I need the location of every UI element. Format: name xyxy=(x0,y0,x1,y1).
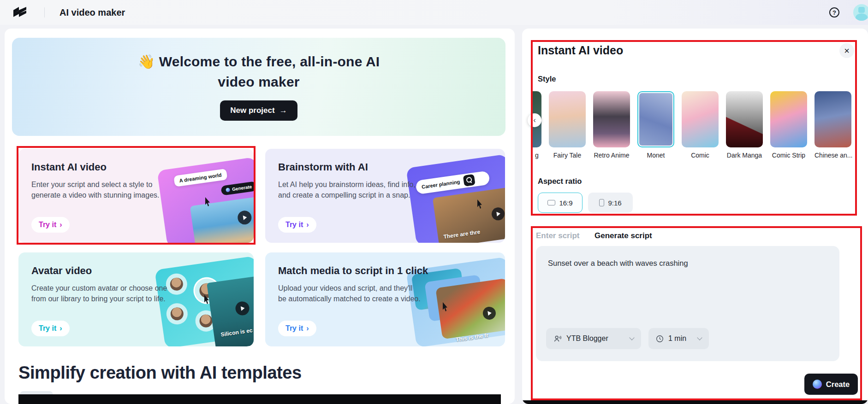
instant-ai-video-panel: Instant AI video × Style g Fairy Tale Re… xyxy=(522,29,868,404)
capcut-logo-icon[interactable] xyxy=(12,6,29,19)
aspect-ratio-label: Aspect ratio xyxy=(538,177,582,186)
new-project-label: New project xyxy=(230,106,274,115)
chevron-right-icon: › xyxy=(59,324,62,333)
search-text: Career planning xyxy=(421,179,460,190)
style-thumbnail xyxy=(637,91,674,147)
search-icon xyxy=(463,174,475,187)
tab-generate-script[interactable]: Generate script xyxy=(595,231,652,240)
landscape-icon xyxy=(547,200,555,205)
chevron-right-icon: › xyxy=(306,324,309,333)
try-it-button-match-media[interactable]: Try it › xyxy=(278,321,316,336)
welcome-heading: 👋 Welcome to the free, all-in-one AI vid… xyxy=(12,38,505,92)
card-description: Upload your videos and script, and they'… xyxy=(278,283,421,304)
main-content-panel: 👋 Welcome to the free, all-in-one AI vid… xyxy=(5,29,515,404)
welcome-heading-line2: video maker xyxy=(218,74,299,89)
template-strip xyxy=(18,394,501,404)
voice-style-value: YTB Blogger xyxy=(566,334,608,343)
template-strip xyxy=(522,400,868,404)
new-project-button[interactable]: New project → xyxy=(220,100,297,121)
create-button-label: Create xyxy=(826,380,850,389)
style-option-monet-selected[interactable]: Monet xyxy=(637,91,674,159)
style-option-retro-anime[interactable]: Retro Anime xyxy=(593,91,630,159)
ai-sphere-icon xyxy=(813,380,822,389)
create-button[interactable]: Create xyxy=(804,374,858,395)
aspect-label-16-9: 16:9 xyxy=(559,199,572,207)
script-text[interactable]: Sunset over a beach with waves crashing xyxy=(536,246,839,269)
style-option-comic-strip[interactable]: Comic Strip xyxy=(770,91,807,159)
card-title: Avatar video xyxy=(31,264,241,277)
chevron-down-icon xyxy=(697,335,702,340)
chevron-right-icon: › xyxy=(59,221,62,229)
user-avatar[interactable] xyxy=(853,4,868,21)
page-title: AI video maker xyxy=(59,7,125,18)
generate-pill: Generate xyxy=(220,181,254,196)
style-scroll-left-icon[interactable]: ‹ xyxy=(528,113,541,127)
templates-heading: Simplify creation with AI templates xyxy=(18,363,302,383)
style-thumbnail xyxy=(549,91,586,147)
portrait-icon xyxy=(599,199,604,206)
welcome-heading-line1: 👋 Welcome to the free, all-in-one AI xyxy=(138,54,380,69)
avatar-option xyxy=(165,302,189,326)
aspect-option-16-9[interactable]: 16:9 xyxy=(538,193,583,213)
try-it-button-instant[interactable]: Try it › xyxy=(31,217,70,233)
card-description: Create your custom avatar or choose one … xyxy=(31,283,174,304)
style-option-comic[interactable]: Comic xyxy=(682,91,719,159)
card-instant-ai-video[interactable]: Instant AI video Enter your script and s… xyxy=(18,149,254,243)
card-match-media[interactable]: Match media to script in 1 click Upload … xyxy=(265,252,505,346)
generate-pill-label: Generate xyxy=(232,184,252,192)
style-option-fairy-tale[interactable]: Fairy Tale xyxy=(549,91,586,159)
card-title: Brainstorm with AI xyxy=(278,161,492,174)
tab-enter-script[interactable]: Enter script xyxy=(536,231,579,240)
card-title: Instant AI video xyxy=(31,161,241,174)
style-thumbnail xyxy=(593,91,630,147)
panel-title: Instant AI video xyxy=(538,44,623,57)
style-option-chinese[interactable]: Chinese an... xyxy=(814,91,851,159)
style-label: Chinese an... xyxy=(814,152,851,159)
style-label: Retro Anime xyxy=(593,152,630,159)
style-label: Dark Manga xyxy=(726,152,763,159)
media-thumbnail-front xyxy=(435,278,505,340)
style-thumbnail xyxy=(682,91,719,147)
style-label: Comic Strip xyxy=(770,152,807,159)
try-it-label: Try it xyxy=(39,324,56,333)
topbar-divider xyxy=(44,7,45,18)
arrow-right-icon: → xyxy=(279,106,287,115)
top-bar: AI video maker ? xyxy=(0,0,868,25)
script-input-area[interactable]: Sunset over a beach with waves crashing … xyxy=(536,246,839,361)
try-it-button-avatar[interactable]: Try it › xyxy=(31,321,70,336)
card-title: Match media to script in 1 click xyxy=(278,264,435,277)
voice-icon xyxy=(553,334,562,343)
style-option-dark-manga[interactable]: Dark Manga xyxy=(726,91,763,159)
duration-dropdown[interactable]: 1 min xyxy=(648,328,709,349)
style-thumbnail xyxy=(770,91,807,147)
style-label: Monet xyxy=(637,152,674,159)
ai-sphere-icon xyxy=(226,187,230,192)
duration-value: 1 min xyxy=(668,334,686,343)
card-description: Enter your script and select a style to … xyxy=(31,179,174,200)
aspect-label-9-16: 9:16 xyxy=(608,199,621,207)
style-thumbnail xyxy=(814,91,851,147)
card-description: Let AI help you brainstorm ideas, find i… xyxy=(278,179,421,200)
clock-icon xyxy=(656,335,664,343)
help-icon[interactable]: ? xyxy=(829,7,839,18)
chevron-down-icon xyxy=(629,335,634,340)
try-it-label: Try it xyxy=(285,221,303,229)
aspect-option-9-16[interactable]: 9:16 xyxy=(588,193,633,213)
welcome-banner: 👋 Welcome to the free, all-in-one AI vid… xyxy=(12,38,505,136)
card-avatar-video[interactable]: Avatar video Create your custom avatar o… xyxy=(18,252,254,346)
card-brainstorm-with-ai[interactable]: Brainstorm with AI Let AI help you brain… xyxy=(265,149,505,243)
style-section-label: Style xyxy=(538,75,556,83)
voice-style-dropdown[interactable]: YTB Blogger xyxy=(546,328,641,349)
style-label: g xyxy=(532,152,541,159)
try-it-label: Try it xyxy=(39,221,56,229)
style-thumbnail xyxy=(726,91,763,147)
style-label: Comic xyxy=(682,152,719,159)
try-it-label: Try it xyxy=(285,324,303,333)
try-it-button-brainstorm[interactable]: Try it › xyxy=(278,217,316,233)
close-icon[interactable]: × xyxy=(839,43,854,58)
chevron-right-icon: › xyxy=(306,221,309,229)
style-label: Fairy Tale xyxy=(549,152,586,159)
